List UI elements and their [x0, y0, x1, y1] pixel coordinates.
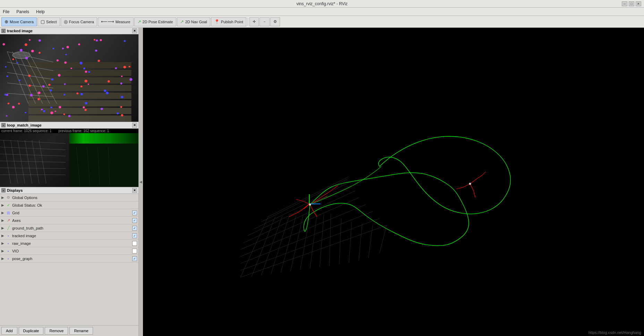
- loop-match-close[interactable]: ✕: [132, 123, 137, 128]
- collapse-panel-button[interactable]: ◀: [139, 28, 143, 336]
- checkmark-icon: ✓: [6, 203, 11, 208]
- crosshair-button[interactable]: ✛: [249, 17, 259, 26]
- display-item-raw-image[interactable]: ▶ ▪ raw_image: [0, 240, 138, 247]
- expand-axes: ▶: [1, 218, 6, 222]
- tracked-image-section: ▪ tracked image ✕: [0, 28, 138, 122]
- expand-ground-truth: ▶: [1, 226, 6, 230]
- loop-match-canvas: [0, 133, 138, 187]
- axes-label: Axes: [12, 218, 131, 223]
- display-item-global-options[interactable]: ▶ ⚙ Global Options: [0, 194, 138, 201]
- tracked-image-header: ▪ tracked image ✕: [0, 28, 138, 34]
- display-item-grid[interactable]: ▶ ▦ Grid: [0, 209, 138, 217]
- raw-image-checkbox[interactable]: [132, 241, 137, 246]
- 3d-viewport[interactable]: https://blog.csdn.net/Hanghang: [143, 28, 644, 336]
- global-status-label: Global Status: Ok: [12, 203, 137, 207]
- display-item-ground-truth-path[interactable]: ▶ ╱ ground_truth_path: [0, 224, 138, 232]
- pose-estimate-icon: ↗: [137, 19, 141, 24]
- move-camera-button[interactable]: ⊕ Move Camera: [1, 17, 37, 26]
- maximize-button[interactable]: □: [629, 1, 634, 6]
- tracked-image-controls: ✕: [132, 28, 137, 33]
- pose-estimate-button[interactable]: ↗ 2D Pose Estimate: [134, 17, 176, 26]
- grid-label: Grid: [12, 211, 131, 215]
- displays-close[interactable]: ✕: [132, 188, 137, 193]
- loop-previous-info: previous frame: 162 sequence: 1: [59, 129, 109, 133]
- vio-checkbox[interactable]: [132, 249, 137, 253]
- displays-header: ▪ Displays ✕: [0, 187, 138, 194]
- menu-panels[interactable]: Panels: [15, 9, 31, 15]
- svg-rect-0: [143, 28, 644, 336]
- menu-bar: File Panels Help: [0, 8, 644, 16]
- loop-match-section: ▪ loop_match_image ✕ current frame: 1026…: [0, 122, 138, 187]
- svg-point-30: [469, 183, 471, 185]
- rename-button[interactable]: Rename: [69, 327, 93, 335]
- toolbar-separator-1: [248, 18, 248, 26]
- viewport-attribution: https://blog.csdn.net/Hanghang: [588, 330, 641, 335]
- expand-raw-image: ▶: [1, 241, 6, 245]
- display-item-axes[interactable]: ▶ ↗ Axes: [0, 217, 138, 224]
- grid-icon: ▦: [6, 210, 11, 216]
- svg-point-29: [309, 204, 311, 206]
- title-bar: vins_rviz_config.rviz* - RViz ─ □ ✕: [0, 0, 644, 8]
- raw-image-label: raw_image: [12, 241, 131, 245]
- display-item-tracked-image[interactable]: ▶ ▪ tracked image: [0, 232, 138, 240]
- publish-point-button[interactable]: 📍 Publish Point: [211, 17, 246, 26]
- expand-tracked-image: ▶: [1, 234, 6, 238]
- loop-current-info: current frame: 1026 sequence: 1: [1, 129, 52, 133]
- menu-help[interactable]: Help: [35, 9, 46, 15]
- duplicate-button[interactable]: Duplicate: [19, 327, 44, 335]
- displays-list: ▶ ⚙ Global Options ▶ ✓ Global Status: Ok…: [0, 194, 138, 325]
- expand-pose-graph: ▶: [1, 257, 6, 260]
- ground-truth-checkbox[interactable]: [132, 226, 137, 231]
- expand-vio: ▶: [1, 249, 6, 253]
- toolbar: ⊕ Move Camera ▢ Select ◎ Focus Camera ⟵⟶…: [0, 16, 644, 28]
- display-item-vio[interactable]: ▶ ▪ VIO: [0, 247, 138, 255]
- menu-file[interactable]: File: [1, 9, 11, 15]
- vio-icon: ▪: [6, 248, 11, 254]
- tracked-image-close[interactable]: ✕: [132, 28, 137, 33]
- axes-checkbox[interactable]: [132, 218, 137, 223]
- display-item-pose-graph[interactable]: ▶ ▪ pose_graph: [0, 255, 138, 262]
- displays-title: Displays: [7, 188, 23, 192]
- measure-icon: ⟵⟶: [101, 19, 114, 24]
- close-button[interactable]: ✕: [636, 1, 641, 6]
- tracked-image-title: tracked image: [7, 29, 33, 33]
- pose-graph-icon: ▪: [6, 256, 11, 261]
- panel-icon-loop: ▪: [1, 123, 6, 127]
- displays-panel: ▪ Displays ✕ ▶ ⚙ Global Options ▶ ✓: [0, 187, 138, 336]
- loop-match-header: ▪ loop_match_image ✕: [0, 122, 138, 129]
- gear-icon: ⚙: [6, 195, 11, 200]
- grid-checkbox[interactable]: [132, 210, 137, 215]
- expand-grid: ▶: [1, 211, 6, 215]
- nav-goal-icon: ↗: [180, 19, 184, 24]
- display-item-global-status[interactable]: ▶ ✓ Global Status: Ok: [0, 201, 138, 209]
- settings-button[interactable]: ⚙: [270, 17, 280, 26]
- viewport-svg: [143, 28, 644, 336]
- add-button[interactable]: Add: [1, 327, 17, 335]
- left-panel: ▪ tracked image ✕ ▪ loop_match_image: [0, 28, 139, 336]
- tracked-image-checkbox[interactable]: [132, 233, 137, 238]
- main-layout: ▪ tracked image ✕ ▪ loop_match_image: [0, 28, 644, 336]
- select-icon: ▢: [41, 19, 45, 24]
- crosshair-icon: ✛: [253, 19, 256, 24]
- pose-graph-checkbox[interactable]: [132, 256, 137, 261]
- tracked-image-view: [0, 34, 138, 122]
- zoom-button[interactable]: －: [260, 17, 270, 26]
- measure-button[interactable]: ⟵⟶ Measure: [98, 17, 134, 26]
- tracked-image-list-label: tracked image: [12, 234, 131, 238]
- window-title: vins_rviz_config.rviz* - RViz: [296, 1, 348, 6]
- panel-icon-tracked: ▪: [1, 29, 6, 33]
- select-button[interactable]: ▢ Select: [37, 17, 60, 26]
- expand-global-status: ▶: [1, 203, 6, 207]
- loop-match-view: [0, 133, 138, 187]
- remove-button[interactable]: Remove: [45, 327, 68, 335]
- expand-global-options: ▶: [1, 196, 6, 199]
- tracked-image-icon: ▪: [6, 233, 11, 239]
- minimize-button[interactable]: ─: [622, 1, 627, 6]
- vio-label: VIO: [12, 249, 131, 253]
- settings-icon: ⚙: [273, 19, 277, 24]
- move-camera-icon: ⊕: [5, 19, 8, 24]
- focus-camera-button[interactable]: ◎ Focus Camera: [61, 17, 97, 26]
- nav-goal-button[interactable]: ↗ 2D Nav Goal: [177, 17, 210, 26]
- loop-match-controls: ✕: [132, 123, 137, 128]
- axes-icon: ↗: [6, 218, 11, 223]
